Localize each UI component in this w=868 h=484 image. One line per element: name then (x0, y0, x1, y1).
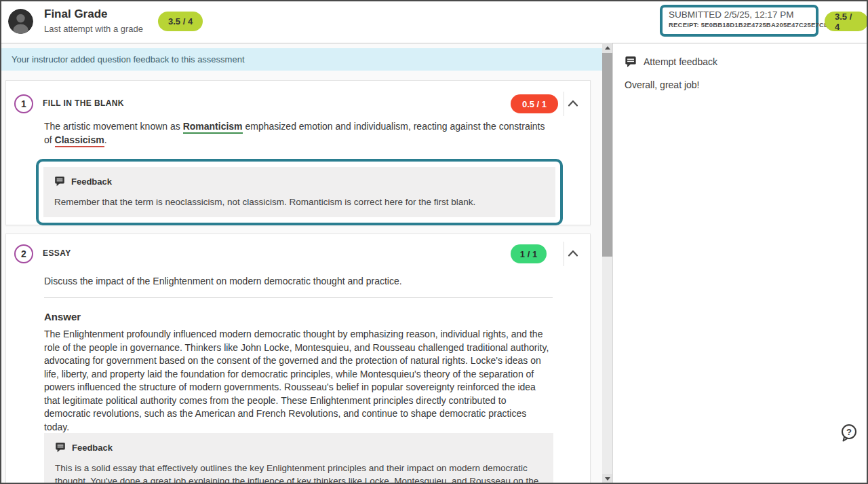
scroll-down-button[interactable] (602, 474, 612, 484)
prompt-text: The artistic movement known as (44, 121, 183, 132)
feedback-header: Feedback (54, 176, 545, 187)
scrollbar-thumb[interactable] (602, 53, 612, 257)
receipt-id: RECEIPT: 5E0BB18D1B2E4725BA205E47C25E7CD… (669, 21, 810, 29)
triangle-down-icon (605, 477, 610, 481)
question-2-feedback-text: This is a solid essay that effectively o… (55, 462, 542, 484)
question-2-answer-text: The Enlightenment profoundly influenced … (44, 328, 554, 434)
svg-text:?: ? (846, 427, 852, 437)
attempt-feedback-label: Attempt feedback (644, 56, 717, 67)
vertical-scrollbar[interactable] (602, 43, 612, 484)
feedback-header: Feedback (55, 442, 542, 453)
feedback-comment-icon (54, 176, 65, 187)
feedback-comment-icon (625, 56, 637, 68)
scroll-up-button[interactable] (602, 43, 612, 53)
question-1-feedback-box: Feedback Remember that the term is neocl… (43, 167, 555, 217)
submission-receipt-box: SUBMITTED 2/5/25, 12:17 PM RECEIPT: 5E0B… (660, 5, 818, 37)
banner-text: Your instructor added question feedback … (0, 48, 602, 71)
question-1-prompt: The artistic movement known as Romantici… (44, 120, 554, 147)
feedback-label: Feedback (71, 176, 112, 187)
avatar (8, 9, 33, 34)
attempt-feedback-header: Attempt feedback (625, 56, 717, 68)
title-block: Final Grade Last attempt with a grade (44, 7, 143, 34)
answer-classicism: Classicism (55, 134, 104, 147)
question-number-label: 1 (21, 98, 26, 109)
collapse-question-2-button[interactable] (564, 246, 582, 262)
attempt-feedback-panel: Attempt feedback Overall, great job! ? (612, 43, 868, 484)
answer-romanticism: Romanticism (183, 121, 243, 134)
help-button[interactable]: ? (839, 422, 859, 443)
collapse-question-1-button[interactable] (564, 96, 582, 112)
triangle-up-icon (605, 46, 610, 50)
answer-heading: Answer (44, 311, 81, 322)
attempt-feedback-text: Overall, great job! (625, 79, 700, 90)
question-1-type: FILL IN THE BLANK (43, 98, 124, 108)
feedback-label: Feedback (72, 443, 113, 453)
question-1-score-pill: 0.5 / 1 (511, 94, 558, 113)
chevron-up-icon (567, 249, 579, 257)
header: Final Grade Last attempt with a grade 3.… (0, 0, 868, 43)
divider (44, 297, 553, 298)
question-2-number: 2 (14, 244, 33, 263)
instructor-feedback-banner: Your instructor added question feedback … (0, 48, 602, 71)
question-2-feedback-box: Feedback This is a solid essay that effe… (44, 433, 553, 484)
attempt-grade-pill: 3.5 / 4 (825, 12, 868, 31)
feedback-highlight-ring: Feedback Remember that the term is neocl… (36, 159, 563, 225)
question-2-card: 2 ESSAY 1 / 1 Discuss the impact of the … (5, 234, 591, 484)
question-1-number: 1 (14, 94, 33, 113)
assessment-content: Your instructor added question feedback … (0, 43, 602, 484)
question-2-prompt: Discuss the impact of the Enlightenment … (44, 275, 554, 288)
chevron-up-icon (567, 99, 579, 107)
user-avatar-icon (8, 9, 33, 34)
question-1-feedback-text: Remember that the term is neoclassicism,… (54, 196, 545, 208)
help-question-icon: ? (839, 422, 859, 443)
question-2-type: ESSAY (43, 248, 71, 258)
page-subtitle: Last attempt with a grade (44, 24, 143, 34)
question-2-score-pill: 1 / 1 (511, 244, 547, 263)
final-grade-pill: 3.5 / 4 (158, 12, 203, 31)
page-title: Final Grade (44, 7, 143, 21)
feedback-comment-icon (55, 442, 66, 453)
question-number-label: 2 (21, 248, 26, 259)
submitted-timestamp: SUBMITTED 2/5/25, 12:17 PM (669, 10, 810, 20)
prompt-text: . (104, 134, 107, 145)
question-1-card: 1 FILL IN THE BLANK 0.5 / 1 The artistic… (5, 80, 591, 225)
